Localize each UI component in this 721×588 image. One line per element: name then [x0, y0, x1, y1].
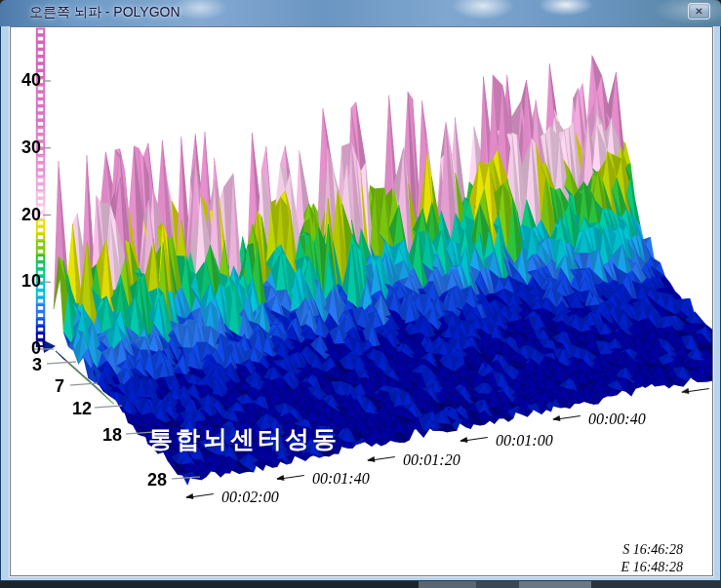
freq-tick-label: 3 — [32, 355, 42, 375]
app-window: 오른쪽 뇌파 - POLYGON ✕ 0102030403712182800:0… — [0, 0, 721, 588]
close-button[interactable]: ✕ — [688, 3, 710, 20]
freq-tick-label: 28 — [147, 470, 167, 490]
desktop-taskbar-sliver — [0, 580, 721, 588]
freq-tick-label: 18 — [102, 425, 122, 446]
time-tick-label: 00:01:20 — [403, 451, 461, 469]
value-tick-label: 30 — [12, 137, 41, 158]
plot-area — [10, 26, 713, 576]
freq-tick-label: 12 — [72, 399, 92, 419]
time-tick-label: 00:02:00 — [221, 489, 279, 506]
time-tick-label: 00:01:40 — [312, 470, 370, 488]
value-tick-label: 40 — [12, 70, 41, 91]
watermark-text: 통합뇌센터성동 — [148, 423, 340, 455]
freq-tick-label: 7 — [55, 376, 64, 397]
window-title: 오른쪽 뇌파 - POLYGON — [29, 0, 180, 24]
value-tick-label: 10 — [12, 271, 41, 292]
time-tick-label: 00:00:40 — [588, 411, 646, 428]
value-tick-label: 20 — [12, 205, 41, 225]
session-end-time: E 16:48:28 — [621, 560, 683, 575]
time-tick-label: 00:01:00 — [496, 432, 553, 450]
session-start-time: S 16:46:28 — [622, 542, 683, 558]
title-bar: 오른쪽 뇌파 - POLYGON ✕ — [0, 0, 721, 26]
close-icon: ✕ — [695, 6, 702, 17]
